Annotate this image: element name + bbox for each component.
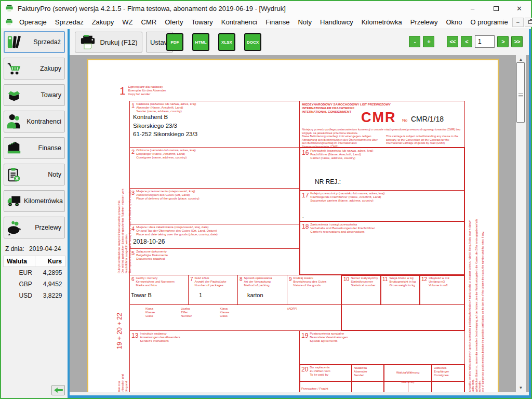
- scroll-down-icon[interactable]: ▼: [516, 383, 526, 392]
- sidebar-item-noty[interactable]: Noty: [4, 164, 65, 185]
- menu-item-okno[interactable]: Okno: [442, 16, 466, 28]
- goods-marks-value: Towar B: [131, 292, 152, 298]
- box-label: Instrukcje nadawcy Anweisungen des Absen…: [140, 332, 180, 343]
- sidebar-item-finanse[interactable]: Finanse: [4, 137, 65, 159]
- box-label: Załączone dokumenty Beigefügte Dokumente…: [136, 250, 168, 261]
- close-icon[interactable]: ✕: [508, 1, 531, 16]
- margin-fill-note: Rubryki obwiedzione tłustymi liniami wyp…: [117, 188, 132, 273]
- rates-date: Z dnia: 2019-04-24: [1, 243, 68, 252]
- box-label: Waga brutto w kg Bruttogewicht in kg Gro…: [389, 276, 416, 287]
- adr-left-cell: Klasa Klasse Class Liczba Ziffer Number …: [130, 305, 341, 330]
- people-icon: [6, 113, 24, 130]
- box-label: Numer statystyczny Statistiknummer Stati…: [351, 276, 378, 287]
- box-label: Przewoźnik (nazwisko lub nazwa, adres, k…: [310, 149, 373, 160]
- menu-item-oferty[interactable]: Oferty: [161, 16, 187, 28]
- sidebar-item-sprzedaz[interactable]: Sprzedaż: [4, 31, 65, 53]
- adr-number-label: Liczba Ziffer Number: [181, 307, 192, 318]
- copy-label: Egzemplarz dla nadawcy Exemplar für den …: [128, 85, 166, 96]
- menu-item-wz[interactable]: WZ: [118, 16, 137, 28]
- rates-date-value: 2019-04-24: [29, 245, 61, 252]
- sidebar-item-kilometrowka[interactable]: Kilometrówka: [4, 190, 65, 212]
- goods-col-9: 9Rodzaj towaru Bezeichnung des Gutes Nat…: [287, 275, 342, 304]
- table-row: EUR 4,2895: [4, 267, 65, 279]
- goods-col-10: 10Numer statystyczny Statistiknummer Sta…: [342, 275, 381, 304]
- piggy-bank-icon: [6, 219, 24, 236]
- legal-text-en: This carriage is subject notwithstanding…: [386, 135, 462, 145]
- menu-item-kilometrowka[interactable]: Kilometrówka: [357, 16, 406, 28]
- menu-item-kontrahenci[interactable]: Kontrahenci: [217, 16, 261, 28]
- prev-page-button[interactable]: <: [461, 36, 472, 47]
- cmr-number: CMR/1/18: [411, 115, 444, 123]
- rate-value: 4,9452: [35, 278, 65, 290]
- maximize-icon[interactable]: [484, 1, 508, 16]
- page-navigation: - + << < > >>: [409, 35, 523, 48]
- menu-item-towary[interactable]: Towary: [188, 16, 217, 28]
- menu-item-operacje[interactable]: Operacje: [15, 16, 51, 28]
- print-button[interactable]: Drukuj (F12): [75, 32, 142, 52]
- sidebar-item-towary[interactable]: Towary: [4, 84, 65, 106]
- truck-icon: [6, 193, 24, 209]
- books-icon: [7, 34, 24, 50]
- sidebar-item-kontrahenci[interactable]: Kontrahenci: [4, 111, 65, 132]
- successive-carriers-value: .: [302, 214, 304, 219]
- box-label: Miejsce i data załadowania (miejscowość,…: [136, 225, 218, 236]
- box-number: 9: [289, 276, 292, 287]
- export-xlsx-button[interactable]: XLSX: [218, 33, 235, 51]
- sidebar-item-label: Zakupy: [24, 65, 61, 72]
- table-row: USD 3,8229: [4, 290, 65, 301]
- menu-item-sprzedaz[interactable]: Sprzedaż: [51, 16, 88, 28]
- goods-col-7: 7Ilość sztuk Anzahl der Packstücke Numbe…: [189, 275, 238, 304]
- box-label: Nadawca (nazwisko lub nazwa, adres, kraj…: [136, 102, 196, 113]
- sidebar-item-label: Przelewy: [24, 224, 61, 231]
- cmr-header-box: MIĘDZYNARODOWY SAMOCHODOWY LIST PRZEWOZO…: [299, 101, 465, 148]
- vertical-scrollbar[interactable]: ▲ ▼: [516, 55, 526, 392]
- back-button[interactable]: [51, 385, 65, 395]
- margin-adr-note: * W przypadku towarów niebezpiecznych op…: [468, 217, 484, 392]
- box-number: 18: [302, 223, 309, 234]
- rate-currency: EUR: [4, 267, 35, 279]
- sidebar-item-zakupy[interactable]: Zakupy: [4, 58, 65, 79]
- menu-item-handlowcy[interactable]: Handlowcy: [316, 16, 357, 28]
- cmr-box-1-sender: 1Nadawca (nazwisko lub nazwa, adres, kra…: [129, 101, 300, 148]
- payment-row-label: Przewoźne / Fracht Carriage charges: [301, 387, 328, 392]
- export-html-button[interactable]: HTML: [192, 33, 209, 51]
- print-toolbar: Drukuj (F12) Ustaw PDF HTML XLSX DOCX - …: [70, 29, 529, 55]
- first-page-button[interactable]: <<: [447, 36, 458, 47]
- sidebar-item-label: Finanse: [24, 144, 61, 152]
- box-number: 17: [302, 192, 309, 203]
- box-label: Cechy i numery Kennzeichen und Nummern M…: [136, 276, 175, 287]
- mdi-restore-icon[interactable]: [525, 18, 532, 27]
- goods-col-6: 6Cechy i numery Kennzeichen und Nummern …: [130, 275, 189, 304]
- legal-text-de: Diese Beförderung unterliegt trotz einer…: [302, 135, 381, 148]
- minimize-icon[interactable]: –: [461, 1, 484, 16]
- app-window: FakturyPro (serwer) wersja 4.2.1.5 - Fir…: [0, 0, 532, 399]
- carrier-group: 16Przewoźnik (nazwisko lub nazwa, adres,…: [299, 147, 465, 275]
- adr-note-label: (ADR*): [287, 307, 297, 311]
- sidebar-item-label: Sprzedaż: [24, 38, 61, 46]
- box-label: Odbiorca (nazwisko lub nazwa, adres, kra…: [136, 149, 196, 159]
- menu-item-o-programie[interactable]: O programie: [467, 16, 512, 28]
- box-number: 4: [131, 225, 135, 236]
- export-docx-button[interactable]: DOCX: [244, 33, 261, 51]
- note-icon: [6, 166, 24, 183]
- zoom-out-button[interactable]: -: [409, 36, 420, 47]
- menu-item-finanse[interactable]: Finanse: [261, 16, 294, 28]
- menu-app-icon: [5, 18, 13, 26]
- cart-icon: [6, 60, 24, 77]
- last-page-button[interactable]: >>: [511, 36, 523, 47]
- page-number-input[interactable]: [475, 35, 495, 48]
- next-page-button[interactable]: >: [497, 36, 509, 47]
- menu-item-cmr[interactable]: CMR: [137, 16, 161, 28]
- mdi-minimize-icon[interactable]: –: [512, 18, 524, 27]
- box-number: 8: [240, 276, 243, 287]
- scrollbar-thumb[interactable]: [516, 62, 525, 123]
- menu-item-zakupy[interactable]: Zakupy: [88, 16, 118, 28]
- zoom-in-button[interactable]: +: [423, 36, 434, 47]
- payment-header-row: 20Do zapłacenia Zu zahlen vom To be paid…: [300, 365, 464, 382]
- export-pdf-button[interactable]: PDF: [166, 33, 183, 51]
- box-number: 16: [302, 149, 309, 160]
- sidebar-item-przelewy[interactable]: Przelewy: [4, 217, 65, 238]
- payment-col-sender: Nadawca Absender Sender: [352, 365, 383, 378]
- menu-item-przelewy[interactable]: Przelewy: [406, 16, 442, 28]
- menu-item-noty[interactable]: Noty: [294, 16, 316, 28]
